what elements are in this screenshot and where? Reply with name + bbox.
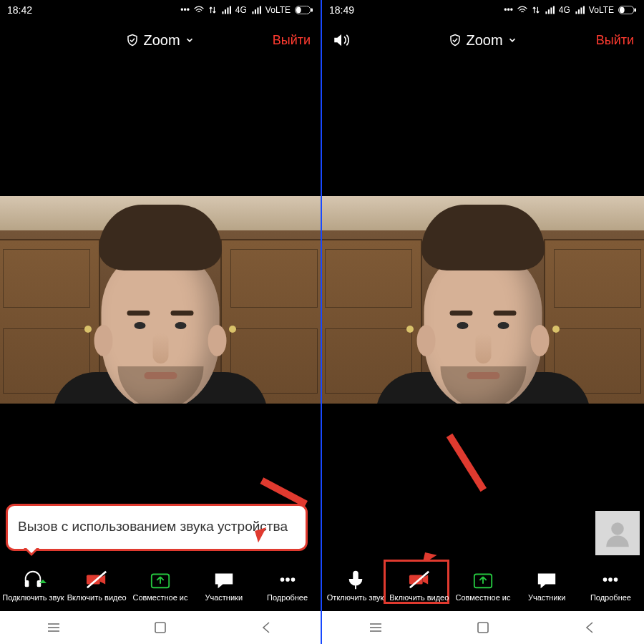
audio-device-popup-text: Вызов с использованием звука устройства: [18, 519, 288, 534]
battery-icon: [618, 6, 637, 14]
start-video-label: Включить видео: [389, 593, 449, 602]
video-black-top: [0, 60, 321, 196]
phone-left: 18:42 ••• 4G VoLTE Zoom Выйти: [0, 0, 322, 644]
status-time: 18:42: [7, 4, 32, 16]
annotation-arrow: [422, 488, 487, 560]
participants-label: Участники: [528, 593, 566, 602]
android-status-bar: 18:49 ••• 4G VoLTE: [322, 0, 644, 20]
chevron-down-icon: [185, 35, 195, 45]
android-nav-bar: [322, 611, 644, 644]
data-updown-icon: [208, 6, 217, 14]
svg-rect-3: [25, 580, 29, 587]
share-screen-button[interactable]: Совместное ис: [129, 569, 192, 602]
svg-point-24: [542, 578, 544, 580]
svg-point-25: [546, 578, 547, 580]
network-4g: 4G: [559, 5, 570, 15]
video-black-bottom: [322, 404, 644, 560]
participants-button[interactable]: Участники: [192, 569, 255, 602]
phone-right: 18:49 ••• 4G VoLTE Zoom Выйти: [322, 0, 644, 644]
svg-rect-2: [311, 8, 313, 11]
volte-label: VoLTE: [589, 5, 614, 15]
signal-icon: [545, 6, 555, 14]
android-nav-bar: [0, 611, 321, 644]
more-label: Подробнее: [590, 593, 631, 602]
leave-button[interactable]: Выйти: [273, 33, 311, 48]
android-status-bar: 18:42 ••• 4G VoLTE: [0, 0, 321, 20]
leave-button[interactable]: Выйти: [596, 33, 634, 48]
status-time: 18:49: [329, 4, 354, 16]
share-screen-label: Совместное ис: [132, 593, 187, 602]
svg-point-11: [286, 577, 290, 582]
svg-point-20: [611, 522, 624, 535]
more-button[interactable]: Подробнее: [255, 569, 319, 602]
mute-audio-label: Отключить звук: [327, 593, 384, 602]
zoom-title-text: Zoom: [143, 32, 180, 49]
svg-point-26: [550, 578, 551, 580]
shield-icon: [449, 34, 462, 47]
svg-point-10: [280, 577, 284, 582]
more-dots-icon: •••: [180, 5, 190, 15]
start-video-button[interactable]: Включить видео: [387, 569, 451, 602]
participants-label: Участники: [205, 593, 243, 602]
video-black-bottom: Вызов с использованием звука устройства: [0, 404, 321, 560]
connect-audio-button[interactable]: Подключить звук: [1, 569, 65, 602]
wifi-icon: [517, 6, 527, 14]
more-label: Подробнее: [267, 593, 308, 602]
svg-point-27: [603, 577, 608, 582]
svg-rect-18: [620, 7, 625, 14]
video-feed[interactable]: [322, 196, 644, 404]
svg-rect-16: [155, 623, 165, 633]
wifi-icon: [194, 6, 204, 14]
speaker-icon[interactable]: [332, 31, 351, 49]
mute-audio-button[interactable]: Отключить звук: [323, 569, 387, 602]
more-dots-icon: •••: [504, 5, 513, 15]
status-indicators: ••• 4G VoLTE: [180, 5, 313, 15]
svg-point-8: [223, 578, 225, 580]
android-back-button[interactable]: [258, 619, 275, 636]
svg-rect-19: [634, 8, 636, 11]
zoom-bottom-toolbar: Отключить звук Включить видео Совместное…: [322, 560, 644, 611]
android-home-button[interactable]: [152, 619, 169, 636]
svg-point-29: [614, 577, 618, 582]
audio-device-popup[interactable]: Вызов с использованием звука устройства: [6, 504, 308, 551]
signal-icon-2: [575, 6, 585, 14]
data-updown-icon: [532, 6, 540, 14]
network-4g: 4G: [235, 5, 247, 15]
svg-rect-33: [478, 623, 488, 633]
android-recents-button[interactable]: [45, 619, 62, 636]
battery-icon: [295, 6, 313, 14]
svg-point-7: [220, 578, 221, 580]
zoom-top-bar: Zoom Выйти: [322, 20, 644, 60]
avatar-placeholder-icon: [602, 518, 633, 548]
svg-point-12: [291, 577, 295, 582]
up-arrow-icon: [39, 576, 47, 583]
android-back-button[interactable]: [582, 619, 599, 636]
participants-button[interactable]: Участники: [515, 569, 579, 602]
zoom-bottom-toolbar: Подключить звук Включить видео Совместно…: [0, 560, 321, 611]
signal-icon: [221, 6, 231, 14]
shield-icon: [126, 34, 139, 47]
video-feed[interactable]: [0, 196, 321, 404]
start-video-button[interactable]: Включить видео: [65, 569, 129, 602]
self-view-thumbnail[interactable]: [595, 511, 640, 555]
svg-rect-1: [296, 7, 301, 14]
svg-point-9: [226, 578, 228, 580]
zoom-top-bar: Zoom Выйти: [0, 20, 321, 60]
more-button[interactable]: Подробнее: [579, 569, 643, 602]
share-screen-label: Совместное ис: [456, 593, 511, 602]
volte-label: VoLTE: [265, 5, 291, 15]
zoom-title-text: Zoom: [466, 32, 502, 49]
chevron-down-icon: [507, 35, 517, 45]
video-black-top: [322, 60, 644, 196]
svg-point-28: [609, 577, 613, 582]
start-video-label: Включить видео: [67, 593, 127, 602]
signal-icon-2: [251, 6, 261, 14]
share-screen-button[interactable]: Совместное ис: [451, 569, 514, 602]
android-recents-button[interactable]: [367, 619, 384, 636]
android-home-button[interactable]: [474, 619, 492, 636]
status-indicators: ••• 4G VoLTE: [504, 5, 637, 15]
connect-audio-label: Подключить звук: [2, 593, 64, 602]
